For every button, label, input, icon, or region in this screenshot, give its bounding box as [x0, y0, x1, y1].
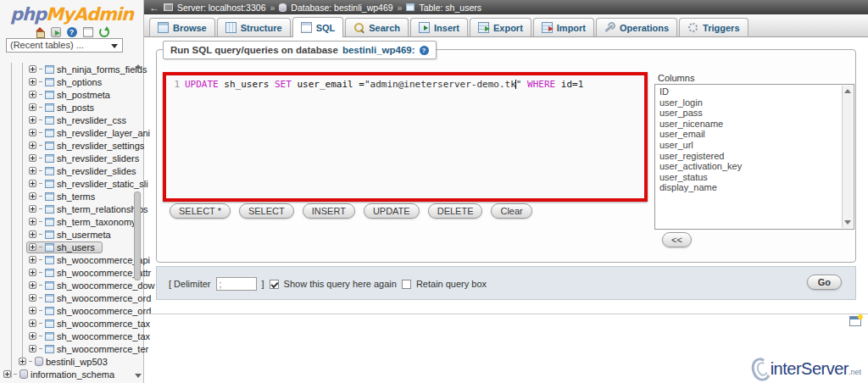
sidebar-item-sh-terms[interactable]: sh_terms [0, 190, 136, 203]
expand-plus-icon[interactable] [29, 103, 36, 111]
retain-query-checkbox[interactable] [402, 280, 411, 289]
tab-structure[interactable]: Structure [217, 18, 291, 36]
expand-plus-icon[interactable] [29, 256, 36, 264]
sidebar-item-sh-ninja-forms-fields[interactable]: sh_ninja_forms_fields [0, 63, 136, 75]
sidebar-item-sh-woocommerce-api[interactable]: sh_woocommerce_api [0, 253, 136, 266]
select-button[interactable]: SELECT [239, 203, 294, 219]
column-option[interactable]: display_name [659, 182, 840, 193]
expand-plus-icon[interactable] [29, 116, 36, 124]
column-option[interactable]: user_activation_key [659, 161, 840, 172]
columns-listbox[interactable]: ID user_login user_pass user_nicename us… [654, 84, 854, 230]
insert-button[interactable]: INSERT [303, 203, 355, 219]
expand-plus-icon[interactable] [29, 269, 36, 276]
sidebar-item-sh-revslider-settings[interactable]: sh_revslider_settings [0, 139, 136, 152]
recent-tables-dropdown[interactable]: (Recent tables) ... [6, 38, 123, 53]
sidebar-item-bestinli-wp503[interactable]: bestinli_wp503 [0, 355, 136, 368]
expand-plus-icon[interactable] [29, 307, 36, 314]
expand-plus-icon[interactable] [29, 65, 36, 73]
home-icon[interactable] [35, 27, 45, 37]
expand-plus-icon[interactable] [29, 78, 36, 86]
expand-plus-icon[interactable] [3, 370, 11, 378]
expand-plus-icon[interactable] [29, 180, 36, 187]
sidebar-item-sh-users[interactable]: sh_users [0, 241, 136, 253]
sidebar-item-sh-woocommerce-ter[interactable]: sh_woocommerce_ter [0, 342, 136, 355]
expand-plus-icon[interactable] [29, 243, 36, 251]
scroll-down-icon[interactable] [844, 220, 851, 225]
column-option[interactable]: user_email [659, 129, 840, 140]
sidebar-item-sh-term-relationships[interactable]: sh_term_relationships [0, 203, 136, 215]
sql-editor[interactable]: 1 UPDATE sh_users SET user_email ="admin… [166, 75, 644, 198]
sidebar-item-sh-postmeta[interactable]: sh_postmeta [0, 88, 136, 101]
column-option[interactable]: ID [659, 86, 840, 97]
scroll-up-icon[interactable] [844, 89, 851, 93]
sidebar-item-sh-woocommerce-tax[interactable]: sh_woocommerce_tax [0, 317, 136, 330]
sidebar-item-sh-revslider-slides[interactable]: sh_revslider_slides [0, 164, 136, 177]
tab-operations[interactable]: Operations [596, 18, 677, 36]
expand-plus-icon[interactable] [29, 230, 36, 238]
go-button[interactable]: Go [807, 275, 842, 290]
sidebar-item-sh-term-taxonomy[interactable]: sh_term_taxonomy [0, 215, 136, 228]
scrollbar-thumb[interactable] [134, 192, 141, 280]
tab-browse[interactable]: Browse [149, 18, 215, 36]
expand-plus-icon[interactable] [29, 154, 36, 162]
sidebar-item-sh-woocommerce-ord[interactable]: sh_woocommerce_ord [0, 304, 136, 317]
tab-search[interactable]: Search [345, 18, 409, 36]
sidebar-item-sh-revslider-static-sli[interactable]: sh_revslider_static_sli [0, 177, 136, 190]
sidebar-item-sh-posts[interactable]: sh_posts [0, 101, 136, 114]
help-icon[interactable] [67, 27, 77, 37]
back-arrow-icon[interactable]: ← [149, 2, 159, 14]
breadcrumb-server[interactable]: Server: localhost:3306 [177, 3, 265, 13]
delimiter-input[interactable] [216, 277, 257, 291]
expand-plus-icon[interactable] [29, 281, 36, 289]
expand-plus-icon[interactable] [29, 192, 36, 200]
sidebar-item-sh-woocommerce-dow[interactable]: sh_woocommerce_dow [0, 279, 136, 291]
tab-insert[interactable]: Insert [410, 18, 468, 36]
scroll-up-icon[interactable] [135, 64, 142, 69]
scroll-down-icon[interactable] [135, 374, 142, 378]
open-new-window-icon[interactable] [849, 316, 861, 326]
sidebar-item-sh-revslider-css[interactable]: sh_revslider_css [0, 114, 136, 126]
sidebar-item-sh-woocommerce-ord[interactable]: sh_woocommerce_ord [0, 291, 136, 304]
sidebar-item-information-schema[interactable]: information_schema [0, 368, 136, 380]
expand-plus-icon[interactable] [29, 345, 36, 352]
expand-plus-icon[interactable] [29, 167, 36, 175]
sidebar-item-sh-usermeta[interactable]: sh_usermeta [0, 228, 136, 241]
columns-scrollbar[interactable] [842, 86, 853, 228]
column-option[interactable]: user_status [659, 172, 840, 183]
delete-button[interactable]: DELETE [428, 203, 483, 219]
expand-plus-icon[interactable] [29, 91, 36, 98]
sidebar-item-sh-revslider-layer-ani[interactable]: sh_revslider_layer_ani [0, 126, 136, 139]
select-star-button[interactable]: SELECT * [170, 203, 231, 219]
refresh-icon[interactable] [99, 27, 109, 37]
sidebar-item-sh-woocommerce-attr[interactable]: sh_woocommerce_attr [0, 266, 136, 279]
expand-plus-icon[interactable] [29, 319, 36, 327]
breadcrumb-table[interactable]: Table: sh_users [419, 3, 481, 13]
tab-triggers[interactable]: Triggers [679, 18, 748, 36]
column-option[interactable]: user_login [659, 97, 840, 108]
expand-plus-icon[interactable] [29, 332, 36, 340]
tab-sql[interactable]: SQL [292, 17, 344, 37]
tab-import[interactable]: Import [533, 18, 594, 36]
column-option[interactable]: user_url [659, 140, 840, 151]
column-option[interactable]: user_registered [659, 151, 840, 162]
expand-plus-icon[interactable] [29, 205, 36, 213]
collapse-columns-button[interactable]: << [662, 232, 692, 247]
column-option[interactable]: user_nicename [659, 119, 840, 130]
help-icon[interactable] [420, 46, 429, 55]
sidebar-item-sh-options[interactable]: sh_options [0, 75, 136, 88]
legend-database-link[interactable]: bestinli_wp469: [342, 45, 415, 55]
logout-icon[interactable] [51, 27, 61, 37]
sidebar-item-sh-revslider-sliders[interactable]: sh_revslider_sliders [0, 152, 136, 164]
update-button[interactable]: UPDATE [364, 203, 420, 219]
column-option[interactable]: user_pass [659, 108, 840, 119]
tab-export[interactable]: Export [470, 18, 531, 36]
clear-button[interactable]: Clear [491, 203, 531, 219]
expand-plus-icon[interactable] [29, 218, 36, 225]
sidebar-scrollbar[interactable] [134, 64, 142, 378]
expand-plus-icon[interactable] [29, 129, 36, 136]
expand-plus-icon[interactable] [19, 358, 26, 365]
expand-plus-icon[interactable] [29, 142, 36, 149]
show-query-checkbox[interactable] [270, 280, 279, 289]
expand-plus-icon[interactable] [29, 294, 36, 302]
documentation-icon[interactable] [83, 27, 93, 37]
